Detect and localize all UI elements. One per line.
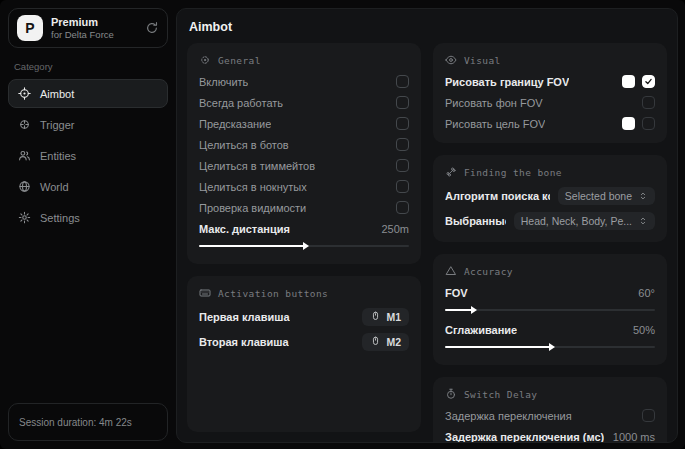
checkbox[interactable] (396, 138, 409, 151)
sidebar-item-label: Aimbot (40, 88, 74, 100)
toggle-row: Проверка видимости (199, 197, 409, 218)
slider-thumb[interactable] (549, 343, 555, 351)
visual-row: Рисовать границу FOV (445, 71, 655, 92)
unfold-icon (638, 191, 648, 201)
sidebar: P Premium for Delta Force Category (0, 0, 176, 449)
sidebar-item-label: Trigger (40, 119, 74, 131)
sidebar-item-settings[interactable]: Settings (8, 203, 168, 232)
toggle-row: Целиться в тиммейтов (199, 155, 409, 176)
slider-thumb[interactable] (471, 306, 477, 314)
panel-title: Accuracy (464, 266, 513, 277)
target-icon (18, 118, 31, 131)
category-label: Category (14, 61, 162, 72)
app-window: P Premium for Delta Force Category (0, 0, 685, 449)
fov-value: 60° (638, 287, 655, 299)
session-duration: Session duration: 4m 22s (8, 403, 168, 441)
scan-crosshair-icon (199, 54, 211, 66)
sidebar-item-label: Settings (40, 212, 80, 224)
checkbox[interactable] (642, 409, 655, 422)
globe-icon (18, 180, 31, 193)
bone-icon (445, 166, 457, 178)
max-distance-row: Макс. дистанция 250m (199, 218, 409, 239)
keybind-row: Вторая клавиша M2 (199, 329, 409, 354)
panel-title: Visual (464, 55, 501, 66)
keybind-button-m1[interactable]: M1 (362, 308, 409, 326)
keybind-button-m2[interactable]: M2 (362, 333, 409, 351)
check-icon (644, 77, 653, 86)
activation-buttons-panel: Activation buttons Первая клавиша M1 (187, 276, 421, 432)
checkbox[interactable] (642, 117, 655, 130)
panel-title: Activation buttons (218, 288, 328, 299)
smoothing-value: 50% (633, 324, 655, 336)
max-distance-value: 250m (381, 223, 409, 235)
checkbox[interactable] (396, 117, 409, 130)
color-swatch[interactable] (622, 117, 635, 130)
sidebar-item-entities[interactable]: Entities (8, 141, 168, 170)
entities-icon (18, 149, 31, 162)
sidebar-item-aimbot[interactable]: Aimbot (8, 79, 168, 108)
mouse-icon (370, 311, 381, 322)
gear-icon (18, 211, 31, 224)
toggle-row: Включить (199, 71, 409, 92)
fov-row: FOV 60° (445, 282, 655, 303)
switch-delay-panel: Switch Delay Задержка переключения Задер… (433, 377, 667, 443)
max-distance-slider[interactable] (199, 241, 409, 250)
sidebar-item-trigger[interactable]: Trigger (8, 110, 168, 139)
checkbox[interactable] (396, 96, 409, 109)
selected-bones-select[interactable]: Head, Neck, Body, Pe... (514, 212, 655, 230)
smoothing-slider[interactable] (445, 342, 655, 351)
bone-algorithm-select[interactable]: Selected bone (558, 187, 655, 205)
toggle-row: Целиться в ботов (199, 134, 409, 155)
keyboard-icon (199, 287, 211, 299)
checkbox[interactable] (642, 75, 655, 88)
color-swatch[interactable] (622, 75, 635, 88)
checkbox[interactable] (396, 201, 409, 214)
sidebar-item-world[interactable]: World (8, 172, 168, 201)
accuracy-panel: Accuracy FOV 60° Сглаживание 50% (433, 254, 667, 365)
main-content: Aimbot General Включить (176, 8, 678, 443)
checkbox[interactable] (396, 75, 409, 88)
checkbox[interactable] (396, 159, 409, 172)
visual-row: Рисовать фон FOV (445, 92, 655, 113)
smoothing-row: Сглаживание 50% (445, 319, 655, 340)
product-name: Premium (51, 16, 137, 28)
visual-row: Рисовать цель FOV (445, 113, 655, 134)
product-logo: P (17, 15, 43, 41)
finding-bone-panel: Finding the bone Алгоритм поиска кост Se… (433, 155, 667, 242)
page-title: Aimbot (177, 9, 677, 43)
switch-delay-ms-row: Задержка переключения (мс) 1000 ms (445, 426, 655, 443)
toggle-row: Всегда работать (199, 92, 409, 113)
switch-delay-toggle-row: Задержка переключения (445, 405, 655, 426)
right-column: Visual Рисовать границу FOV Рисовать фон… (433, 43, 667, 432)
sidebar-nav: Aimbot Trigger Entities (8, 79, 168, 232)
toggle-row: Целиться в нокнутых (199, 176, 409, 197)
panel-title: General (218, 55, 261, 66)
product-subtitle: for Delta Force (51, 29, 137, 40)
mouse-icon (370, 336, 381, 347)
slider-thumb[interactable] (303, 242, 309, 250)
unfold-icon (638, 216, 648, 226)
visual-panel: Visual Рисовать границу FOV Рисовать фон… (433, 43, 667, 143)
toggle-row: Предсказание (199, 113, 409, 134)
checkbox[interactable] (396, 180, 409, 193)
sidebar-item-label: Entities (40, 150, 76, 162)
stopwatch-icon (445, 388, 457, 400)
selected-bones-row: Выбранные кос Head, Neck, Body, Pe... (445, 208, 655, 233)
fov-slider[interactable] (445, 305, 655, 314)
eye-icon (445, 54, 457, 66)
product-header: P Premium for Delta Force (8, 8, 168, 48)
panel-title: Finding the bone (464, 167, 562, 178)
keybind-row: Первая клавиша M1 (199, 304, 409, 329)
bone-algorithm-row: Алгоритм поиска кост Selected bone (445, 183, 655, 208)
checkbox[interactable] (642, 96, 655, 109)
switch-delay-value: 1000 ms (613, 431, 655, 443)
gauge-icon (445, 265, 457, 277)
general-panel: General Включить Всегда работать Предска… (187, 43, 421, 264)
sidebar-item-label: World (40, 181, 69, 193)
panel-title: Switch Delay (464, 389, 537, 400)
crosshair-icon (18, 87, 31, 100)
left-column: General Включить Всегда работать Предска… (187, 43, 421, 432)
refresh-icon[interactable] (145, 21, 159, 35)
